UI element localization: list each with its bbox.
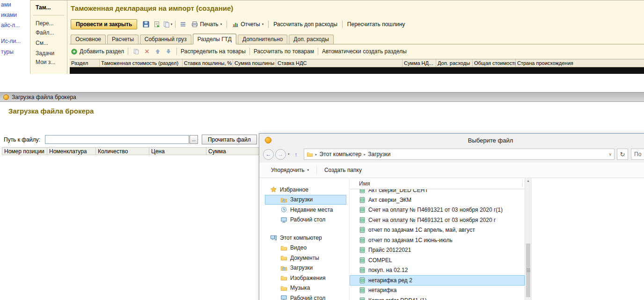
read-file-button[interactable]: Прочитать файл <box>202 135 257 144</box>
back-button[interactable]: ← <box>263 149 274 160</box>
doc-tab[interactable]: Дополнительно <box>238 35 287 44</box>
post-document-icon[interactable] <box>152 20 161 29</box>
folder-tree-item[interactable]: Недавние места <box>265 205 346 215</box>
doc-tab[interactable]: Основное <box>71 35 106 44</box>
side-nav-item[interactable]: Файл... <box>36 29 54 36</box>
doc-tab[interactable]: Собранный груз <box>140 35 191 44</box>
folder-tree-item[interactable]: Музыка <box>265 283 346 293</box>
file-list-item[interactable]: нетарифка ред 2 <box>350 275 525 286</box>
move-up-icon[interactable] <box>154 47 162 56</box>
broker-window-titlebar[interactable]: Загрузка файла брокера <box>0 93 644 102</box>
reports-button[interactable]: Отчеты▾ <box>230 20 265 29</box>
file-list: Имя Акт сверки_DED СЕНТ Акт сверки_ЭКМ С… <box>350 178 525 300</box>
gtd-column-header[interactable]: Страна происхождения <box>516 59 644 67</box>
file-list-item[interactable]: Акт сверки_DED СЕНТ <box>350 189 525 195</box>
file-list-item[interactable]: Счет на оплату № П4691321 от 03 ноября 2… <box>350 205 525 215</box>
folder-tree-item[interactable]: Изображения <box>265 273 346 283</box>
nav-link-fragment[interactable]: иками <box>1 12 17 18</box>
chevron-down-icon: ▾ <box>307 168 309 172</box>
nav-link-fragment[interactable]: ами <box>1 1 11 8</box>
auto-create-sections-button[interactable]: Автоматически создать разделы <box>322 48 407 55</box>
file-name: COMPEL <box>368 257 392 264</box>
new-folder-button[interactable]: Создать папку <box>321 165 366 175</box>
side-nav-item[interactable]: Задачи <box>36 50 54 57</box>
recalc-duty-button[interactable]: Пересчитать пошлину <box>345 20 407 29</box>
column-divider[interactable] <box>522 180 523 187</box>
delete-row-icon[interactable] <box>143 47 151 56</box>
gtd-column-header[interactable]: Ставка пошлины, % <box>183 59 233 67</box>
gtd-column-header[interactable]: Сумма пошлины <box>233 59 276 67</box>
side-nav-item[interactable]: Пере... <box>36 20 54 27</box>
folder-tree-item[interactable] <box>265 225 346 233</box>
forward-button[interactable]: → <box>275 149 286 160</box>
folder-tree-item[interactable]: Рабочий стол <box>265 293 346 300</box>
doc-tab[interactable]: Расчеты <box>107 35 139 44</box>
print-button[interactable]: Печать▾ <box>189 20 224 29</box>
refresh-button[interactable]: ↻ <box>617 149 628 160</box>
file-list-scrollbar[interactable]: ▲ <box>525 178 531 300</box>
nav-link-fragment[interactable]: айс-л... <box>1 22 20 29</box>
scrollbar-thumb[interactable] <box>526 243 530 297</box>
doc-tab[interactable]: Доп. расходы <box>289 35 333 44</box>
folder-tree-item[interactable]: Рабочий стол <box>265 215 346 225</box>
file-list-item[interactable]: Счет на оплату № П4691321 от 03 ноября 2… <box>350 215 525 225</box>
gtd-column-header[interactable]: Общая стоимость <box>473 59 516 67</box>
file-list-item[interactable]: отчет по задачам 1С апрель, май, август <box>350 225 525 236</box>
gtd-column-header[interactable]: Доп. расходы <box>436 59 473 67</box>
side-nav-item[interactable]: См... <box>36 40 48 46</box>
address-bar[interactable]: ▸ Этот компьютер ▸ Загрузки ∨ <box>304 149 615 160</box>
toolbar-separator <box>175 21 176 28</box>
broker-column-header[interactable]: Количество <box>96 148 149 155</box>
gtd-column-header[interactable]: Раздел <box>70 59 100 67</box>
broker-column-header[interactable]: Цена <box>149 148 206 155</box>
broker-column-header[interactable]: Номенклатура <box>47 148 96 155</box>
save-icon[interactable] <box>141 20 151 29</box>
folder-tree-item[interactable]: Этот компьютер <box>265 233 346 243</box>
structure-icon[interactable] <box>178 20 188 29</box>
gtd-table-empty-row[interactable] <box>70 67 644 74</box>
broker-column-header[interactable]: Номер позиции <box>2 148 47 155</box>
up-one-level-button[interactable]: ↑ <box>292 149 301 159</box>
address-dropdown-icon[interactable]: ∨ <box>608 152 612 157</box>
folder-tree-item[interactable]: Документы <box>265 253 346 263</box>
breadcrumb-downloads[interactable]: Загрузки <box>368 151 390 157</box>
folder-tree-item[interactable]: Избранное <box>265 185 346 195</box>
file-list-item[interactable]: Прайс 20122021 <box>350 245 525 256</box>
folder-tree-item[interactable]: Загрузки <box>265 195 346 205</box>
calc-by-goods-button[interactable]: Рассчитать по товарам <box>254 48 314 55</box>
browse-button[interactable]: ... <box>190 135 198 144</box>
copy-row-icon[interactable] <box>132 47 140 56</box>
add-section-button[interactable]: Добавить раздел <box>71 48 124 55</box>
move-down-icon[interactable] <box>164 47 173 56</box>
gtd-column-header[interactable]: Таможенная стоимость (раздел) <box>100 59 183 67</box>
nav-link-fragment[interactable]: туры <box>1 49 14 55</box>
create-based-on-icon[interactable]: ▾ <box>163 20 172 29</box>
distribute-to-goods-button[interactable]: Распределить на товары <box>181 48 246 55</box>
file-list-item[interactable]: Копия order RDP41 (1) <box>350 295 525 300</box>
post-and-close-button[interactable]: Провести и закрыть <box>71 19 137 29</box>
file-list-item[interactable]: COMPEL <box>350 255 525 265</box>
file-list-item[interactable]: отчет по задачам 1С июнь-июль <box>350 235 525 245</box>
folder-tree-item[interactable]: Видео <box>265 243 346 253</box>
calc-additional-expenses-button[interactable]: Рассчитать доп расходы <box>271 20 339 29</box>
toolbar-separator <box>342 21 343 28</box>
file-path-input[interactable] <box>45 135 189 144</box>
breadcrumb-this-pc[interactable]: Этот компьютер <box>320 151 362 157</box>
gtd-column-header[interactable]: Сумма НД... <box>402 59 436 67</box>
doc-tab[interactable]: Разделы ГТД <box>193 34 236 44</box>
side-nav-item[interactable]: Мои з... <box>36 59 55 65</box>
organize-button[interactable]: Упорядочить▾ <box>267 165 313 175</box>
search-input[interactable]: По <box>631 149 644 160</box>
nav-link-fragment[interactable]: Ис-ли... <box>1 38 21 44</box>
file-list-item[interactable]: Акт сверки_ЭКМ <box>350 195 525 205</box>
folder-tree-item[interactable]: Загрузки <box>265 263 346 273</box>
gtd-column-header[interactable]: Ставка НДС <box>276 59 402 67</box>
window-title: Загрузка файла брокера <box>12 94 76 100</box>
history-dropdown-icon[interactable]: ▾ <box>288 152 290 156</box>
name-column-header[interactable]: Имя <box>350 178 525 189</box>
file-list-item[interactable]: нетарифка <box>350 286 525 296</box>
side-nav-item[interactable]: Там... <box>36 4 51 11</box>
scroll-up-arrow-icon[interactable]: ▲ <box>525 179 531 182</box>
dialog-body: Избранное Загрузки Недавние места Рабочи… <box>259 178 644 300</box>
file-list-item[interactable]: покуп. на 02.12 <box>350 265 525 276</box>
